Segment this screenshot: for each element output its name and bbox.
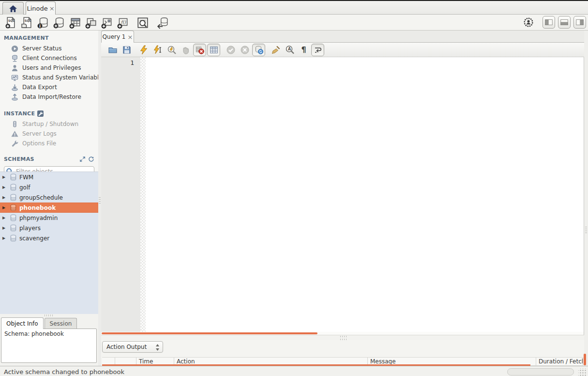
toggle-left-sidebar-button[interactable]: [543, 16, 555, 29]
open-sql-script-icon: SQL: [21, 16, 33, 29]
create-procedure-button[interactable]: [99, 16, 115, 30]
wrap-text-button[interactable]: [311, 44, 324, 56]
output-vertical-scrollbar[interactable]: [584, 354, 586, 365]
create-procedure-icon: [101, 16, 113, 29]
open-script-button[interactable]: [106, 44, 120, 56]
close-tab-icon[interactable]: ×: [49, 5, 55, 12]
schema-item-fwm[interactable]: ▶ FWM: [0, 172, 98, 182]
stop-on-error-icon: [195, 45, 205, 55]
stop-button[interactable]: [179, 44, 193, 56]
sidebar-item-system-variables[interactable]: Status and System Variables: [0, 73, 98, 82]
object-info-panel: Object Info Session Schema: phonebook: [0, 314, 98, 366]
right-panel-icon: [575, 17, 585, 27]
sql-code-editor[interactable]: 1: [101, 57, 584, 332]
stop-hand-icon: [181, 45, 191, 55]
create-function-button[interactable]: f(): [115, 16, 131, 30]
options-file-wrench-icon: [11, 140, 19, 148]
sql-editor-area: Query 1 ×: [101, 31, 584, 366]
limit-rows-grid-icon: [209, 45, 219, 55]
refresh-schemas-icon[interactable]: [88, 156, 94, 162]
expand-panel-icon[interactable]: [79, 156, 86, 162]
schema-item-phonebook-selected[interactable]: ▶ phonebook: [0, 203, 98, 213]
schema-item-scavenger[interactable]: ▶ scavenger: [0, 233, 98, 243]
find-button[interactable]: A: [283, 44, 297, 56]
execute-current-button[interactable]: [151, 44, 165, 56]
tab-session[interactable]: Session: [45, 318, 77, 329]
expander-icon[interactable]: ▶: [2, 205, 7, 210]
scrollbar-thumb[interactable]: [102, 332, 317, 334]
column-header-duration[interactable]: Duration / Fetch: [536, 358, 583, 365]
sidebar-item-options-file[interactable]: Options File: [0, 139, 98, 148]
output-splitter[interactable]: [101, 335, 584, 340]
sidebar-item-server-logs[interactable]: Server Logs: [0, 129, 98, 139]
instance-title: INSTANCE: [4, 110, 35, 117]
explain-button[interactable]: [165, 44, 179, 56]
schema-item-groupschedule[interactable]: ▶ groupSchedule: [0, 192, 98, 203]
database-icon: [10, 204, 17, 211]
expander-icon[interactable]: ▶: [2, 175, 7, 179]
create-table-button[interactable]: [67, 16, 83, 30]
enterprise-gear-icon[interactable]: [523, 17, 534, 28]
expander-icon[interactable]: ▶: [2, 185, 7, 189]
commit-button[interactable]: [224, 44, 238, 56]
toggle-autocommit-button[interactable]: [252, 44, 265, 56]
schema-item-phpmyadmin[interactable]: ▶ phpmyadmin: [0, 213, 98, 223]
expander-icon[interactable]: ▶: [2, 216, 7, 220]
data-export-icon: [11, 83, 19, 92]
toggle-right-sidebar-button[interactable]: [573, 16, 586, 29]
schema-inspector-button[interactable]: i: [35, 16, 51, 30]
invisibles-button[interactable]: ¶: [297, 44, 311, 56]
sidebar-item-data-export[interactable]: Data Export: [0, 82, 98, 92]
editor-text-area[interactable]: [146, 57, 584, 332]
create-schema-button[interactable]: [51, 16, 67, 30]
query-toolbar: A ¶: [101, 43, 584, 57]
resize-grip-icon[interactable]: [578, 368, 587, 376]
tab-object-info[interactable]: Object Info: [1, 317, 44, 329]
mysql-workbench-window: Linode × SQL SQL i: [0, 0, 588, 376]
execute-current-icon: [153, 45, 163, 55]
commit-check-icon: [226, 45, 236, 55]
panel-splitter-grip[interactable]: [45, 314, 53, 316]
rollback-x-icon: [240, 45, 250, 55]
output-selector[interactable]: Action Output: [102, 341, 163, 353]
query-tab[interactable]: Query 1 ×: [101, 31, 134, 43]
beautify-button[interactable]: [269, 44, 283, 56]
limit-rows-button[interactable]: [207, 44, 220, 56]
sidebar-item-data-import[interactable]: Data Import/Restore: [0, 92, 98, 102]
toggle-stop-on-error-button[interactable]: [193, 44, 206, 56]
create-view-button[interactable]: [83, 16, 99, 30]
new-sql-tab-button[interactable]: SQL: [3, 16, 19, 30]
connection-tab-linode[interactable]: Linode ×: [26, 1, 56, 15]
rollback-button[interactable]: [238, 44, 252, 56]
sidebar-item-server-status[interactable]: Server Status: [0, 44, 98, 53]
execute-button[interactable]: [136, 44, 151, 56]
save-script-button[interactable]: [120, 44, 134, 56]
expander-icon[interactable]: ▶: [2, 226, 7, 230]
reconnect-dbms-button[interactable]: [154, 16, 170, 30]
wrap-text-icon: [314, 46, 322, 54]
sidebar-item-client-connections[interactable]: Client Connections: [0, 53, 98, 63]
sidebar-item-startup-shutdown[interactable]: Startup / Shutdown: [0, 119, 98, 129]
toggle-output-area-button[interactable]: [558, 16, 571, 29]
output-panel: Action Output Time Action Message Durati…: [101, 340, 584, 366]
expander-icon[interactable]: ▶: [2, 195, 7, 200]
close-query-tab-icon[interactable]: ×: [128, 34, 133, 40]
splitter-grip[interactable]: [585, 227, 587, 234]
svg-text:SQL: SQL: [25, 19, 31, 22]
server-status-icon: [11, 45, 19, 53]
spinner-icon[interactable]: [155, 344, 160, 353]
open-sql-script-button[interactable]: SQL: [19, 16, 35, 30]
expander-icon[interactable]: ▶: [2, 236, 7, 240]
schema-item-golf[interactable]: ▶ golf: [0, 182, 98, 192]
home-tab[interactable]: [2, 2, 24, 15]
main-toolbar: SQL SQL i: [0, 15, 588, 31]
database-icon: [10, 184, 17, 191]
sidebar-item-users-privileges[interactable]: Users and Privileges: [0, 63, 98, 73]
schema-item-players[interactable]: ▶ players: [0, 223, 98, 233]
status-progress-pill: [507, 368, 574, 376]
database-icon: [10, 235, 17, 242]
new-sql-tab-icon: SQL: [5, 16, 17, 29]
search-table-data-button[interactable]: [135, 16, 151, 30]
splitter-grip[interactable]: [99, 197, 101, 204]
schema-tree[interactable]: ▶ FWM ▶ golf ▶ groupSchedule ▶ phonebook…: [0, 172, 98, 314]
